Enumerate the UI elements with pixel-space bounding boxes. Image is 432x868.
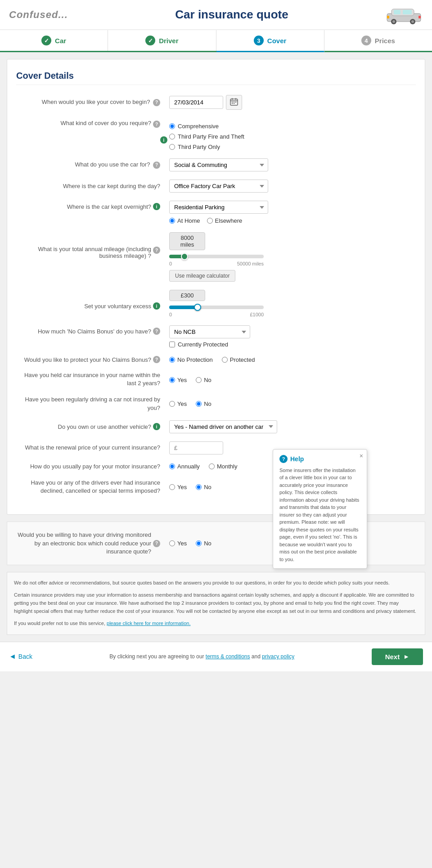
monitoring-options: Yes No (169, 540, 212, 547)
ncb-label: How much 'No Claims Bonus' do you have? … (16, 325, 169, 335)
radio-comprehensive[interactable]: Comprehensive (169, 123, 244, 130)
overnight-info-icon[interactable]: i (153, 203, 160, 210)
svg-rect-9 (418, 16, 421, 18)
radio-rd-no[interactable]: No (196, 400, 212, 407)
protect-ncb-row: Would you like to protect your No Claims… (16, 356, 416, 363)
overnight-location-radios: At Home Elsewhere (169, 217, 268, 224)
cover-type-row: What kind of cover do you require? ? i C… (16, 118, 416, 150)
cover-type-options: i Comprehensive Third Party Fire and The… (169, 118, 244, 150)
cover-type-label: What kind of cover do you require? ? (16, 118, 169, 128)
radio-elsewhere[interactable]: Elsewhere (207, 217, 243, 224)
ncb-protected-checkbox-label[interactable]: Currently Protected (169, 341, 228, 348)
declined-options: Yes No (169, 484, 212, 490)
cover-start-input[interactable] (169, 96, 223, 109)
car-use-select[interactable]: Social & Commuting Social Only Business … (169, 158, 268, 171)
held-insurance-label: Have you held car insurance in your name… (16, 371, 169, 387)
regularly-driving-label: Have you been regularly driving a car no… (16, 396, 169, 412)
svg-rect-16 (235, 102, 236, 103)
help-tooltip-close[interactable]: × (360, 452, 363, 459)
protect-ncb-help-icon[interactable]: ? (153, 356, 160, 363)
payment-row: How do you usually pay for your motor in… (16, 463, 416, 471)
tab-driver[interactable]: ✓ Driver (108, 30, 216, 51)
radio-dec-no[interactable]: No (196, 484, 212, 490)
terms-link[interactable]: terms & conditions (206, 653, 250, 660)
back-arrow-icon: ◄ (9, 652, 16, 661)
ncb-protected-row: Currently Protected (169, 341, 416, 348)
own-vehicle-info-icon[interactable]: i (153, 423, 160, 430)
radio-no-protection[interactable]: No Protection (169, 356, 213, 363)
own-vehicle-select[interactable]: Yes - Named driver on another car Yes - … (169, 420, 277, 433)
mileage-row: What is your total annual mileage (inclu… (16, 232, 416, 282)
excess-slider-fill (169, 306, 198, 309)
mileage-bubble: 8000 miles (169, 232, 205, 250)
calendar-icon (230, 98, 238, 106)
radio-annually[interactable]: Annually (169, 463, 200, 470)
next-arrow-icon: ► (403, 653, 410, 660)
ncb-protected-checkbox[interactable] (169, 342, 175, 347)
daytime-select[interactable]: Office Factory Car Park At Home On Stree… (169, 180, 268, 193)
ncb-row: How much 'No Claims Bonus' do you have? … (16, 325, 416, 338)
held-insurance-row: Have you held car insurance in your name… (16, 371, 416, 387)
disclaimer-text3: If you would prefer not to use this serv… (14, 620, 418, 628)
cover-start-help-icon[interactable]: ? (153, 99, 160, 106)
disclaimer-text2: Certain insurance providers may use your… (14, 591, 418, 615)
tab-cover[interactable]: 3 Cover (216, 30, 324, 52)
overnight-select[interactable]: Residential Parking Private Garage On St… (169, 201, 268, 214)
radio-rd-yes[interactable]: Yes (169, 400, 187, 407)
svg-rect-17 (232, 103, 233, 104)
renewal-price-input[interactable] (169, 441, 223, 454)
excess-bubble: £300 (169, 290, 205, 301)
main-content: Cover Details When would you like your c… (7, 59, 425, 515)
overnight-control: Residential Parking Private Garage On St… (169, 201, 268, 224)
daytime-label: Where is the car kept during the day? (16, 183, 169, 189)
radio-protected[interactable]: Protected (222, 356, 255, 363)
radio-hi-no[interactable]: No (196, 377, 212, 383)
mileage-calc-button[interactable]: Use mileage calculator (169, 270, 235, 282)
next-button[interactable]: Next ► (372, 648, 423, 665)
ncb-select[interactable]: No NCB 1 Year 2 Years 3+ Years (169, 325, 250, 338)
excess-range-labels: 0 £1000 (169, 312, 264, 317)
monitoring-help-icon[interactable]: ? (153, 540, 160, 547)
header-car-icon (382, 4, 423, 25)
daytime-row: Where is the car kept during the day? Of… (16, 180, 416, 193)
excess-info-icon[interactable]: i (153, 302, 160, 310)
payment-options: Annually Monthly (169, 463, 237, 470)
cover-start-row: When would you like your cover to begin?… (16, 95, 416, 110)
mileage-slider-thumb[interactable] (181, 253, 188, 260)
tab-car[interactable]: ✓ Car (0, 30, 108, 51)
calendar-button[interactable] (226, 95, 242, 110)
cover-type-help-icon[interactable]: ? (153, 121, 160, 128)
svg-rect-14 (232, 102, 233, 103)
header: Confused... Car insurance quote (0, 0, 432, 30)
mileage-help-icon[interactable]: ? (153, 247, 160, 254)
excess-slider-thumb[interactable] (194, 304, 201, 311)
nav-tabs: ✓ Car ✓ Driver 3 Cover 4 Prices (0, 30, 432, 52)
radio-at-home[interactable]: At Home (169, 217, 200, 224)
payment-label: How do you usually pay for your motor in… (16, 463, 169, 471)
ncb-help-icon[interactable]: ? (153, 328, 160, 335)
radio-dec-yes[interactable]: Yes (169, 484, 187, 490)
car-use-label: What do you use the car for? ? (16, 161, 169, 169)
radio-hi-yes[interactable]: Yes (169, 377, 187, 383)
radio-mon-yes[interactable]: Yes (169, 540, 187, 547)
logo: Confused... (9, 9, 81, 21)
privacy-link[interactable]: privacy policy (262, 653, 294, 660)
radio-tpft[interactable]: Third Party Fire and Theft (169, 133, 244, 140)
back-button[interactable]: ◄ Back (9, 652, 32, 661)
radio-tp[interactable]: Third Party Only (169, 144, 244, 150)
tab-prices[interactable]: 4 Prices (324, 30, 432, 51)
footer: ◄ Back By clicking next you are agreeing… (0, 642, 432, 671)
cover-start-control (169, 95, 242, 110)
renewal-price-label: What is the renewal price of your curren… (16, 444, 169, 452)
svg-rect-3 (403, 10, 412, 14)
check-icon-driver: ✓ (145, 36, 155, 45)
car-use-help-icon[interactable]: ? (153, 162, 160, 169)
disclaimer-link[interactable]: please click here for more information. (107, 621, 190, 626)
regularly-driving-row: Have you been regularly driving a car no… (16, 396, 416, 412)
footer-center-text: By clicking next you are agreeing to our… (109, 653, 294, 660)
monitoring-label: Would you be willing to have your drivin… (16, 531, 169, 556)
mileage-label: What is your total annual mileage (inclu… (16, 232, 169, 259)
radio-monthly[interactable]: Monthly (209, 463, 238, 470)
excess-row: Set your voluntary excess i £300 0 £1000 (16, 290, 416, 317)
radio-mon-no[interactable]: No (196, 540, 212, 547)
